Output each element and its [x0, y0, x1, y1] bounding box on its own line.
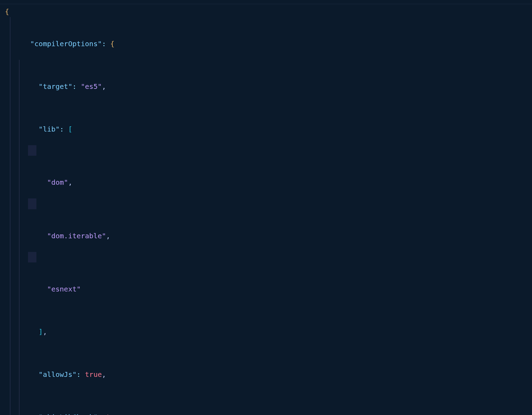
- code-line: ],: [5, 305, 532, 348]
- editor-tab-bar: [0, 0, 532, 4]
- code-line: {: [5, 6, 532, 17]
- code-line: "allowJs": true,: [5, 348, 532, 391]
- code-line: "target": "es5",: [5, 60, 532, 103]
- code-line: "esnext": [5, 252, 532, 305]
- code-line: "lib": [: [5, 103, 532, 145]
- code-line: "compilerOptions": {: [5, 17, 532, 60]
- code-editor[interactable]: { "compilerOptions": { "target": "es5", …: [0, 4, 532, 415]
- code-line: "dom",: [5, 145, 532, 199]
- code-line: "dom.iterable",: [5, 198, 532, 252]
- code-line: "skipLibCheck": true,: [5, 391, 532, 415]
